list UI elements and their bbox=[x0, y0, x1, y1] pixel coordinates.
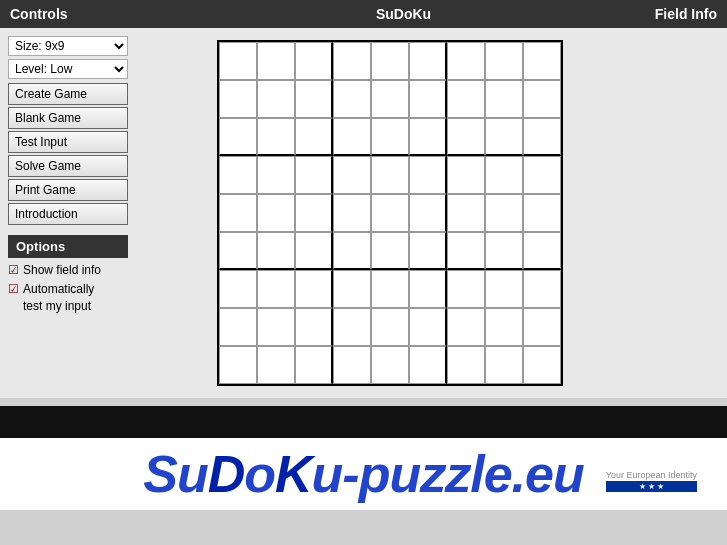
sudoku-cell[interactable] bbox=[295, 232, 333, 270]
sudoku-cell[interactable] bbox=[333, 308, 371, 346]
show-field-info-checkbox[interactable]: ☑ bbox=[8, 263, 19, 277]
sudoku-cell[interactable] bbox=[371, 194, 409, 232]
sudoku-cell[interactable] bbox=[485, 308, 523, 346]
header-sudoku-label: SuDoKu bbox=[210, 6, 597, 22]
size-select-row: Size: 9x9 Size: 4x4 Size: 16x16 bbox=[8, 36, 203, 56]
sudoku-cell[interactable] bbox=[523, 118, 561, 156]
sudoku-cell[interactable] bbox=[523, 156, 561, 194]
sudoku-cell[interactable] bbox=[447, 346, 485, 384]
sudoku-cell[interactable] bbox=[485, 194, 523, 232]
sudoku-cell[interactable] bbox=[409, 156, 447, 194]
sudoku-cell[interactable] bbox=[447, 308, 485, 346]
sudoku-cell[interactable] bbox=[485, 118, 523, 156]
sudoku-cell[interactable] bbox=[219, 194, 257, 232]
logo-text: SuDoKu-puzzle.eu bbox=[20, 448, 707, 500]
sudoku-cell[interactable] bbox=[257, 308, 295, 346]
sudoku-cell[interactable] bbox=[257, 80, 295, 118]
sudoku-cell[interactable] bbox=[485, 80, 523, 118]
auto-test-checkbox[interactable]: ☑ bbox=[8, 282, 19, 296]
sudoku-cell[interactable] bbox=[257, 42, 295, 80]
create-game-button[interactable]: Create Game bbox=[8, 83, 128, 105]
sudoku-cell[interactable] bbox=[409, 232, 447, 270]
sudoku-cell[interactable] bbox=[371, 80, 409, 118]
sudoku-cell[interactable] bbox=[295, 42, 333, 80]
sudoku-cell[interactable] bbox=[333, 346, 371, 384]
level-select[interactable]: Level: Low Level: Medium Level: High bbox=[8, 59, 128, 79]
sudoku-cell[interactable] bbox=[257, 194, 295, 232]
sudoku-cell[interactable] bbox=[523, 270, 561, 308]
sudoku-cell[interactable] bbox=[333, 232, 371, 270]
sudoku-cell[interactable] bbox=[409, 118, 447, 156]
options-header: Options bbox=[8, 235, 128, 258]
sudoku-cell[interactable] bbox=[371, 346, 409, 384]
sudoku-cell[interactable] bbox=[219, 156, 257, 194]
sudoku-cell[interactable] bbox=[409, 346, 447, 384]
sudoku-cell[interactable] bbox=[523, 42, 561, 80]
print-game-button[interactable]: Print Game bbox=[8, 179, 128, 201]
sudoku-cell[interactable] bbox=[485, 42, 523, 80]
sudoku-cell[interactable] bbox=[447, 270, 485, 308]
sudoku-cell[interactable] bbox=[409, 308, 447, 346]
sudoku-cell[interactable] bbox=[447, 118, 485, 156]
introduction-button[interactable]: Introduction bbox=[8, 203, 128, 225]
sudoku-cell[interactable] bbox=[371, 308, 409, 346]
auto-test-label: Automaticallytest my input bbox=[23, 281, 94, 315]
sudoku-cell[interactable] bbox=[485, 270, 523, 308]
bottom-bar bbox=[0, 406, 727, 438]
sudoku-cell[interactable] bbox=[257, 346, 295, 384]
sudoku-cell[interactable] bbox=[447, 42, 485, 80]
sudoku-cell[interactable] bbox=[257, 232, 295, 270]
sudoku-cell[interactable] bbox=[523, 232, 561, 270]
sudoku-cell[interactable] bbox=[447, 194, 485, 232]
sudoku-cell[interactable] bbox=[257, 270, 295, 308]
level-select-row: Level: Low Level: Medium Level: High bbox=[8, 59, 203, 79]
sudoku-cell[interactable] bbox=[409, 80, 447, 118]
sudoku-cell[interactable] bbox=[295, 308, 333, 346]
sudoku-cell[interactable] bbox=[371, 118, 409, 156]
sudoku-cell[interactable] bbox=[333, 80, 371, 118]
sudoku-cell[interactable] bbox=[295, 156, 333, 194]
sudoku-cell[interactable] bbox=[333, 270, 371, 308]
sudoku-cell[interactable] bbox=[485, 232, 523, 270]
sudoku-cell[interactable] bbox=[447, 156, 485, 194]
sudoku-cell[interactable] bbox=[371, 270, 409, 308]
sudoku-cell[interactable] bbox=[333, 42, 371, 80]
sudoku-cell[interactable] bbox=[333, 194, 371, 232]
sudoku-cell[interactable] bbox=[295, 194, 333, 232]
sudoku-cell[interactable] bbox=[409, 194, 447, 232]
sudoku-cell[interactable] bbox=[409, 270, 447, 308]
main-content: Size: 9x9 Size: 4x4 Size: 16x16 Level: L… bbox=[0, 28, 727, 398]
sudoku-cell[interactable] bbox=[219, 118, 257, 156]
sudoku-cell[interactable] bbox=[219, 42, 257, 80]
sudoku-cell[interactable] bbox=[219, 80, 257, 118]
size-select[interactable]: Size: 9x9 Size: 4x4 Size: 16x16 bbox=[8, 36, 128, 56]
sudoku-cell[interactable] bbox=[333, 118, 371, 156]
test-input-button[interactable]: Test Input bbox=[8, 131, 128, 153]
sudoku-cell[interactable] bbox=[295, 270, 333, 308]
sudoku-cell[interactable] bbox=[523, 194, 561, 232]
sudoku-cell[interactable] bbox=[295, 346, 333, 384]
solve-game-button[interactable]: Solve Game bbox=[8, 155, 128, 177]
sudoku-cell[interactable] bbox=[219, 308, 257, 346]
sudoku-cell[interactable] bbox=[447, 232, 485, 270]
sudoku-cell[interactable] bbox=[257, 118, 295, 156]
sudoku-cell[interactable] bbox=[219, 270, 257, 308]
sudoku-cell[interactable] bbox=[219, 346, 257, 384]
sudoku-cell[interactable] bbox=[219, 232, 257, 270]
sudoku-cell[interactable] bbox=[333, 156, 371, 194]
sudoku-cell[interactable] bbox=[409, 42, 447, 80]
sudoku-cell[interactable] bbox=[485, 346, 523, 384]
sudoku-cell[interactable] bbox=[371, 42, 409, 80]
sudoku-cell[interactable] bbox=[371, 232, 409, 270]
sudoku-cell[interactable] bbox=[295, 80, 333, 118]
sudoku-cell[interactable] bbox=[523, 308, 561, 346]
sudoku-cell[interactable] bbox=[295, 118, 333, 156]
sudoku-cell[interactable] bbox=[523, 80, 561, 118]
sudoku-cell[interactable] bbox=[523, 346, 561, 384]
sudoku-cell[interactable] bbox=[447, 80, 485, 118]
sudoku-cell[interactable] bbox=[371, 156, 409, 194]
blank-game-button[interactable]: Blank Game bbox=[8, 107, 128, 129]
sudoku-cell[interactable] bbox=[257, 156, 295, 194]
sudoku-cell[interactable] bbox=[485, 156, 523, 194]
auto-test-option: ☑ Automaticallytest my input bbox=[8, 281, 203, 315]
